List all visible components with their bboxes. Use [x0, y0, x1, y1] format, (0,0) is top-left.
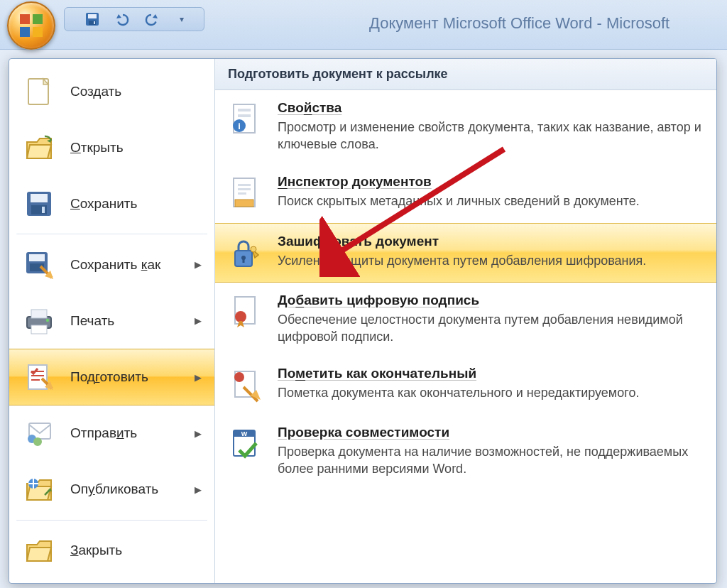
svg-rect-26 [238, 109, 251, 111]
svg-rect-37 [243, 258, 245, 263]
menu-icon-4 [22, 304, 56, 338]
right-item-text: Инспектор документовПоиск скрытых метада… [278, 174, 704, 212]
right-item-text: Пометить как окончательныйПометка докуме… [278, 366, 704, 404]
svg-rect-3 [33, 27, 43, 37]
svg-rect-1 [33, 14, 43, 24]
menu-item-3[interactable]: Сохранить как▶ [9, 236, 214, 293]
menu-item-1[interactable]: Открыть [9, 119, 214, 175]
menu-icon-0 [22, 75, 56, 109]
menu-item-0[interactable]: Создать [9, 63, 214, 119]
right-item-1[interactable]: Инспектор документовПоиск скрытых метада… [215, 164, 716, 223]
office-menu-right: Подготовить документ к рассылке iСвойств… [215, 59, 716, 583]
submenu-arrow-icon: ▶ [195, 315, 202, 326]
svg-rect-0 [20, 14, 30, 24]
right-item-icon-4 [226, 366, 265, 404]
svg-rect-10 [31, 194, 48, 202]
svg-text:W: W [241, 430, 248, 437]
menu-divider [16, 520, 207, 521]
right-item-title: Добавить цифровую подпись [278, 293, 704, 308]
submenu-arrow-icon: ▶ [195, 484, 202, 495]
right-item-text: Зашифровать документУсиление защиты доку… [278, 234, 704, 272]
menu-divider [16, 234, 207, 234]
right-item-icon-3 [226, 293, 265, 331]
office-menu: СоздатьОткрытьСохранитьСохранить как▶Печ… [9, 58, 717, 584]
menu-icon-7 [22, 472, 56, 506]
menu-icon-3 [22, 248, 56, 282]
menu-item-8[interactable]: Закрыть [9, 523, 214, 579]
svg-point-38 [251, 246, 256, 252]
right-item-2[interactable]: Зашифровать документУсиление защиты доку… [215, 223, 716, 283]
svg-point-42 [234, 372, 244, 382]
office-menu-left: СоздатьОткрытьСохранитьСохранить как▶Печ… [9, 59, 215, 583]
right-item-title: Пометить как окончательный [278, 366, 704, 381]
qat-customize-icon[interactable]: ▾ [174, 11, 190, 27]
right-item-3[interactable]: Добавить цифровую подписьОбеспечение цел… [215, 283, 716, 356]
right-item-title: Проверка совместимости [278, 425, 704, 440]
right-panel-header: Подготовить документ к рассылке [215, 59, 716, 90]
svg-point-23 [33, 437, 42, 446]
right-item-icon-0: i [226, 100, 265, 138]
title-bar: ▾ Документ Microsoft Office Word - Micro… [0, 0, 727, 50]
right-item-desc: Обеспечение целостности документа путем … [278, 311, 704, 346]
right-item-0[interactable]: iСвойстваПросмотр и изменение свойств до… [215, 90, 716, 164]
menu-item-7[interactable]: Опубликовать▶ [9, 462, 214, 518]
submenu-arrow-icon: ▶ [195, 259, 202, 270]
menu-icon-2 [22, 187, 56, 221]
window-title: Документ Microsoft Office Word - Microso… [369, 14, 669, 33]
svg-rect-5 [88, 14, 97, 18]
svg-rect-17 [31, 310, 47, 318]
right-item-text: Проверка совместимостиПроверка документа… [278, 425, 704, 478]
menu-icon-6 [22, 416, 56, 450]
quick-access-toolbar: ▾ [64, 7, 204, 31]
svg-rect-34 [235, 200, 253, 207]
menu-item-4[interactable]: Печать▶ [9, 293, 214, 349]
right-item-text: СвойстваПросмотр и изменение свойств док… [278, 100, 704, 153]
right-item-4[interactable]: Пометить как окончательныйПометка докуме… [215, 356, 716, 415]
menu-label: Опубликовать [70, 481, 180, 497]
svg-point-19 [46, 319, 49, 322]
svg-rect-33 [238, 192, 246, 195]
right-item-title: Инспектор документов [278, 174, 704, 190]
save-icon[interactable] [84, 11, 100, 27]
undo-icon[interactable] [114, 11, 130, 27]
office-logo-icon [17, 11, 45, 40]
menu-item-5[interactable]: Подготовить▶ [9, 349, 214, 405]
right-item-desc: Просмотр и изменение свойств документа, … [278, 119, 704, 153]
svg-rect-2 [20, 27, 30, 37]
redo-icon[interactable] [144, 11, 160, 27]
svg-rect-32 [238, 188, 251, 190]
right-item-5[interactable]: WПроверка совместимостиПроверка документ… [215, 415, 716, 489]
right-item-desc: Поиск скрытых метаданных и личных сведен… [278, 192, 704, 209]
menu-label: Создать [70, 84, 202, 99]
menu-label: Подготовить [70, 369, 180, 385]
right-item-icon-1 [226, 174, 265, 212]
svg-rect-18 [31, 325, 47, 334]
menu-icon-1 [22, 131, 56, 165]
menu-label: Закрыть [70, 543, 202, 558]
right-panel-list: iСвойстваПросмотр и изменение свойств до… [215, 90, 716, 583]
right-item-desc: Усиление защиты документа путем добавлен… [278, 252, 704, 269]
svg-rect-7 [94, 21, 95, 24]
right-item-title: Свойства [278, 100, 704, 116]
svg-rect-31 [238, 184, 251, 186]
menu-icon-5 [22, 360, 56, 394]
right-item-icon-5: W [226, 425, 265, 463]
menu-label: Открыть [70, 140, 202, 156]
menu-item-6[interactable]: Отправить▶ [9, 405, 214, 462]
submenu-arrow-icon: ▶ [195, 372, 202, 383]
menu-label: Сохранить как [70, 257, 180, 273]
svg-point-40 [235, 311, 246, 322]
right-item-desc: Пометка документа как окончательного и н… [278, 384, 704, 401]
svg-text:i: i [238, 121, 241, 131]
right-item-text: Добавить цифровую подписьОбеспечение цел… [278, 293, 704, 346]
svg-rect-14 [29, 254, 45, 261]
right-item-title: Зашифровать документ [278, 234, 704, 249]
menu-icon-8 [22, 533, 56, 567]
right-item-desc: Проверка документа на наличие возможност… [278, 443, 704, 478]
office-button[interactable] [7, 1, 55, 50]
menu-item-2[interactable]: Сохранить [9, 175, 214, 232]
menu-label: Отправить [70, 425, 180, 441]
right-item-icon-2 [226, 234, 265, 272]
svg-rect-12 [42, 207, 45, 213]
svg-rect-27 [238, 114, 251, 117]
